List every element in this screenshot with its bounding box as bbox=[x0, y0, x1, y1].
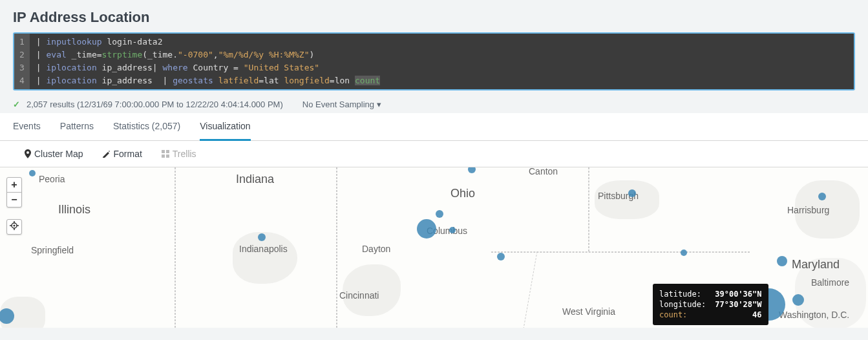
cluster-dot[interactable] bbox=[29, 170, 36, 176]
map-label: Indiana bbox=[236, 173, 274, 186]
map-label: Harrisburg bbox=[787, 205, 829, 215]
map-label: Cincinnati bbox=[339, 290, 379, 301]
tab-visualization[interactable]: Visualization bbox=[200, 113, 250, 141]
map-label: Ohio bbox=[450, 187, 475, 200]
locate-button[interactable] bbox=[6, 219, 22, 235]
search-box[interactable]: 1234 | inputlookup login-data2| eval _ti… bbox=[13, 32, 855, 90]
map-label: Peoria bbox=[39, 174, 65, 184]
cluster-dot[interactable] bbox=[436, 210, 443, 218]
svg-rect-0 bbox=[162, 150, 165, 153]
cluster-dot[interactable] bbox=[449, 227, 456, 233]
crosshair-icon bbox=[10, 221, 19, 233]
svg-rect-1 bbox=[166, 150, 169, 153]
svg-rect-2 bbox=[162, 154, 165, 158]
map-label: Canton bbox=[529, 167, 558, 176]
map-tooltip: latitude:39°00'36"N longitude:77°30'28"W… bbox=[653, 284, 768, 325]
cluster-dot[interactable] bbox=[628, 189, 636, 197]
trellis-button: Trellis bbox=[162, 149, 196, 159]
cluster-dot[interactable] bbox=[792, 294, 804, 306]
cluster-dot[interactable] bbox=[681, 250, 687, 256]
cluster-dot[interactable] bbox=[468, 167, 476, 173]
zoom-controls: + − bbox=[6, 177, 22, 207]
line-gutter: 1234 bbox=[14, 34, 30, 89]
cluster-dot[interactable] bbox=[818, 193, 826, 200]
map-label: Maryland bbox=[792, 258, 840, 271]
map-label: Illinois bbox=[58, 203, 90, 217]
map-label: Baltimore bbox=[811, 277, 849, 288]
svg-rect-3 bbox=[166, 154, 169, 158]
format-button[interactable]: Format bbox=[102, 149, 142, 159]
locate-control bbox=[6, 219, 22, 235]
tab-patterns[interactable]: Patterns bbox=[60, 113, 94, 141]
cluster-dot[interactable] bbox=[258, 233, 266, 241]
tab-statistics[interactable]: Statistics (2,057) bbox=[113, 113, 180, 141]
svg-point-5 bbox=[14, 225, 16, 227]
map-label: West Virginia bbox=[562, 306, 615, 317]
map-label: Indianapolis bbox=[239, 244, 288, 254]
page-title: IP Address Location bbox=[13, 9, 855, 26]
map-canvas[interactable]: Peoria Illinois Springfield Indiana Indi… bbox=[0, 167, 868, 328]
cluster-map-button[interactable]: Cluster Map bbox=[25, 149, 83, 159]
search-code[interactable]: | inputlookup login-data2| eval _time=st… bbox=[30, 34, 854, 89]
zoom-in-button[interactable]: + bbox=[6, 177, 22, 193]
cluster-dot[interactable] bbox=[497, 253, 505, 260]
trellis-icon bbox=[162, 150, 169, 158]
pin-icon bbox=[25, 149, 31, 158]
zoom-out-button[interactable]: − bbox=[6, 192, 22, 207]
chevron-down-icon: ▾ bbox=[377, 100, 381, 109]
sampling-dropdown[interactable]: No Event Sampling ▾ bbox=[302, 100, 381, 109]
results-text: 2,057 results (12/31/69 7:00:00.000 PM t… bbox=[26, 100, 283, 109]
viz-toolbar: Cluster Map Format Trellis bbox=[0, 141, 868, 167]
cluster-dot[interactable] bbox=[777, 256, 787, 266]
cluster-dot[interactable] bbox=[417, 219, 436, 239]
status-bar: ✓ 2,057 results (12/31/69 7:00:00.000 PM… bbox=[0, 96, 868, 113]
check-icon: ✓ bbox=[13, 100, 20, 109]
format-icon bbox=[102, 150, 110, 158]
tabs: Events Patterns Statistics (2,057) Visua… bbox=[0, 113, 868, 141]
map-label: Washington, D.C. bbox=[779, 310, 849, 320]
map-label: Springfield bbox=[31, 245, 74, 255]
map-label: Dayton bbox=[362, 244, 390, 254]
tab-events[interactable]: Events bbox=[13, 113, 41, 141]
